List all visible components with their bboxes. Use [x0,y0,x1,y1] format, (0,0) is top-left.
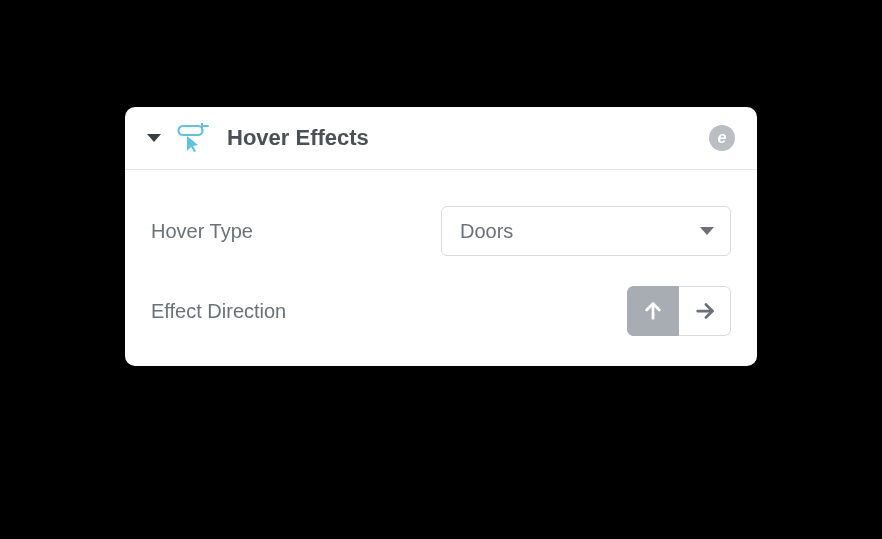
hover-type-select[interactable]: Doors [441,206,731,256]
hover-type-label: Hover Type [151,220,341,243]
hover-cursor-icon [177,123,211,153]
hover-type-row: Hover Type Doors [151,206,731,256]
hover-type-value: Doors [460,220,513,243]
panel-title: Hover Effects [227,125,699,151]
panel-header: Hover Effects e [125,107,757,170]
panel-body: Hover Type Doors Effect Direction [125,170,757,366]
elementor-badge-icon: e [709,125,735,151]
effect-direction-row: Effect Direction [151,286,731,336]
arrow-right-icon [694,300,716,322]
chevron-down-icon [700,227,714,235]
collapse-caret-icon[interactable] [147,134,161,142]
effect-direction-label: Effect Direction [151,300,341,323]
hover-effects-panel: Hover Effects e Hover Type Doors Effect … [125,107,757,366]
effect-direction-toggle [627,286,731,336]
direction-up-button[interactable] [627,286,679,336]
arrow-up-icon [642,300,664,322]
svg-rect-0 [179,126,203,135]
direction-right-button[interactable] [679,286,731,336]
